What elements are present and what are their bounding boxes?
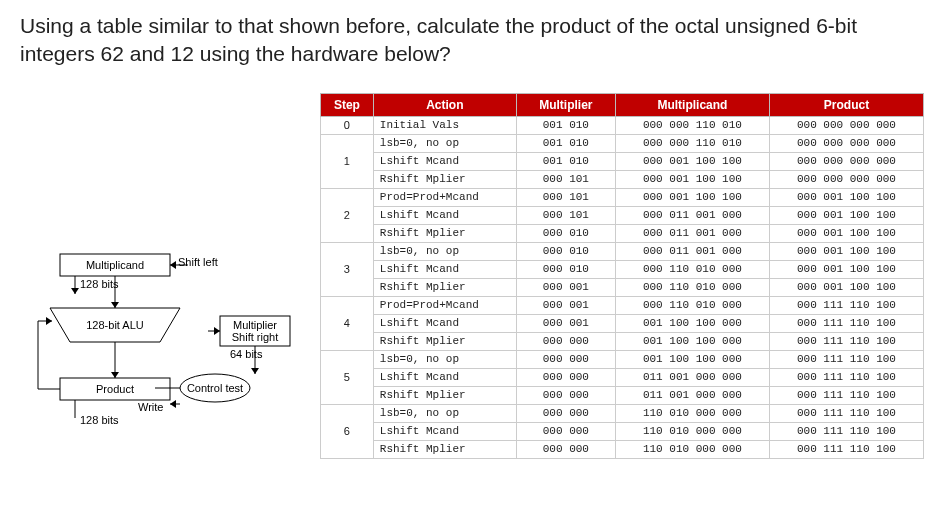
- action-cell: lsb=0, no op: [373, 134, 516, 152]
- svg-marker-9: [111, 372, 119, 378]
- step-cell: 5: [321, 350, 374, 404]
- header-multiplier: Multiplier: [516, 93, 615, 116]
- table-row: Rshift Mplier000 001000 110 010 000000 0…: [321, 278, 924, 296]
- diagram-multiplier-label: Multiplier: [233, 319, 277, 331]
- multiplier-cell: 001 010: [516, 116, 615, 134]
- multiplier-cell: 000 000: [516, 350, 615, 368]
- multiplier-cell: 000 000: [516, 440, 615, 458]
- diagram-write-label: Write: [138, 401, 163, 413]
- multiplier-cell: 001 010: [516, 152, 615, 170]
- multiplicand-cell: 001 100 100 000: [615, 332, 769, 350]
- table-row: 3lsb=0, no op000 010000 011 001 000000 0…: [321, 242, 924, 260]
- product-cell: 000 001 100 100: [769, 224, 923, 242]
- multiplier-cell: 000 000: [516, 368, 615, 386]
- product-cell: 000 111 110 100: [769, 296, 923, 314]
- multiplier-cell: 000 000: [516, 422, 615, 440]
- action-cell: Rshift Mplier: [373, 224, 516, 242]
- multiplier-cell: 000 101: [516, 188, 615, 206]
- action-cell: lsb=0, no op: [373, 350, 516, 368]
- table-row: Rshift Mplier000 000011 001 000 000000 1…: [321, 386, 924, 404]
- action-cell: Rshift Mplier: [373, 332, 516, 350]
- action-cell: Initial Vals: [373, 116, 516, 134]
- diagram-mplier-bits: 64 bits: [230, 348, 263, 360]
- diagram-mcand-bits: 128 bits: [80, 278, 119, 290]
- svg-marker-19: [170, 400, 176, 408]
- multiplier-cell: 000 010: [516, 260, 615, 278]
- action-cell: Lshift Mcand: [373, 260, 516, 278]
- table-row: 6lsb=0, no op000 000110 010 000 000000 1…: [321, 404, 924, 422]
- svg-marker-24: [46, 317, 52, 325]
- table-row: 5lsb=0, no op000 000001 100 100 000000 1…: [321, 350, 924, 368]
- action-cell: Rshift Mplier: [373, 278, 516, 296]
- svg-marker-2: [170, 261, 176, 269]
- table-row: 1lsb=0, no op001 010000 000 110 010000 0…: [321, 134, 924, 152]
- svg-marker-12: [214, 327, 220, 335]
- action-cell: Rshift Mplier: [373, 386, 516, 404]
- product-cell: 000 001 100 100: [769, 206, 923, 224]
- multiplicand-cell: 000 011 001 000: [615, 242, 769, 260]
- product-cell: 000 111 110 100: [769, 368, 923, 386]
- multiplicand-cell: 110 010 000 000: [615, 422, 769, 440]
- hardware-diagram: Multiplicand Shift left 128 bits 128-bit…: [20, 246, 310, 459]
- product-cell: 000 001 100 100: [769, 278, 923, 296]
- svg-marker-14: [251, 368, 259, 374]
- multiplicand-cell: 000 001 100 100: [615, 188, 769, 206]
- table-row: 2Prod=Prod+Mcand000 101000 001 100 10000…: [321, 188, 924, 206]
- step-cell: 3: [321, 242, 374, 296]
- multiplier-cell: 000 001: [516, 314, 615, 332]
- table-row: Lshift Mcand000 010000 110 010 000000 00…: [321, 260, 924, 278]
- table-row: 4Prod=Prod+Mcand000 001000 110 010 00000…: [321, 296, 924, 314]
- product-cell: 000 111 110 100: [769, 350, 923, 368]
- multiplicand-cell: 011 001 000 000: [615, 386, 769, 404]
- diagram-shift-left-label: Shift left: [178, 256, 218, 268]
- action-cell: lsb=0, no op: [373, 242, 516, 260]
- product-cell: 000 111 110 100: [769, 332, 923, 350]
- multiplicand-cell: 110 010 000 000: [615, 404, 769, 422]
- multiplier-cell: 000 101: [516, 206, 615, 224]
- table-row: 0Initial Vals001 010000 000 110 010000 0…: [321, 116, 924, 134]
- multiplier-cell: 000 000: [516, 332, 615, 350]
- action-cell: Rshift Mplier: [373, 440, 516, 458]
- action-cell: Lshift Mcand: [373, 206, 516, 224]
- header-step: Step: [321, 93, 374, 116]
- multiplier-cell: 000 010: [516, 224, 615, 242]
- diagram-alu-label: 128-bit ALU: [86, 319, 144, 331]
- product-cell: 000 111 110 100: [769, 314, 923, 332]
- table-row: Rshift Mplier000 101000 001 100 100000 0…: [321, 170, 924, 188]
- step-cell: 6: [321, 404, 374, 458]
- product-cell: 000 000 000 000: [769, 116, 923, 134]
- product-cell: 000 111 110 100: [769, 386, 923, 404]
- question-text: Using a table similar to that shown befo…: [20, 12, 900, 69]
- multiplicand-cell: 001 100 100 000: [615, 350, 769, 368]
- header-action: Action: [373, 93, 516, 116]
- multiplier-cell: 000 010: [516, 242, 615, 260]
- diagram-shift-right-label: Shift right: [232, 331, 278, 343]
- multiplication-table: Step Action Multiplier Multiplicand Prod…: [320, 93, 924, 459]
- multiplicand-cell: 000 001 100 100: [615, 152, 769, 170]
- step-cell: 1: [321, 134, 374, 188]
- table-row: Lshift Mcand000 101000 011 001 000000 00…: [321, 206, 924, 224]
- table-row: Lshift Mcand001 010000 001 100 100000 00…: [321, 152, 924, 170]
- step-cell: 0: [321, 116, 374, 134]
- multiplier-cell: 000 101: [516, 170, 615, 188]
- header-multiplicand: Multiplicand: [615, 93, 769, 116]
- action-cell: Lshift Mcand: [373, 314, 516, 332]
- header-product: Product: [769, 93, 923, 116]
- multiplicand-cell: 000 001 100 100: [615, 170, 769, 188]
- product-cell: 000 000 000 000: [769, 170, 923, 188]
- action-cell: Lshift Mcand: [373, 422, 516, 440]
- table-row: Lshift Mcand000 000011 001 000 000000 11…: [321, 368, 924, 386]
- product-cell: 000 001 100 100: [769, 242, 923, 260]
- step-cell: 2: [321, 188, 374, 242]
- multiplier-cell: 000 000: [516, 404, 615, 422]
- step-cell: 4: [321, 296, 374, 350]
- multiplier-cell: 000 001: [516, 296, 615, 314]
- multiplicand-cell: 000 000 110 010: [615, 134, 769, 152]
- table-row: Rshift Mplier000 000001 100 100 000000 1…: [321, 332, 924, 350]
- multiplicand-cell: 000 110 010 000: [615, 278, 769, 296]
- multiplicand-cell: 110 010 000 000: [615, 440, 769, 458]
- diagram-product-label: Product: [96, 383, 134, 395]
- table-row: Lshift Mcand000 001001 100 100 000000 11…: [321, 314, 924, 332]
- multiplier-cell: 000 000: [516, 386, 615, 404]
- diagram-control-label: Control test: [187, 382, 243, 394]
